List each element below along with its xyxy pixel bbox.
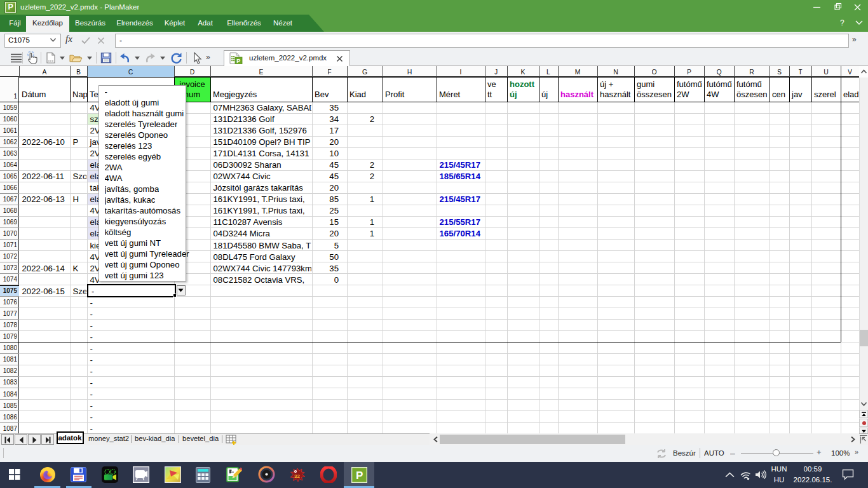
svg-text:P: P <box>356 470 363 482</box>
svg-text:32: 32 <box>294 473 300 479</box>
svg-text:P: P <box>236 58 240 64</box>
